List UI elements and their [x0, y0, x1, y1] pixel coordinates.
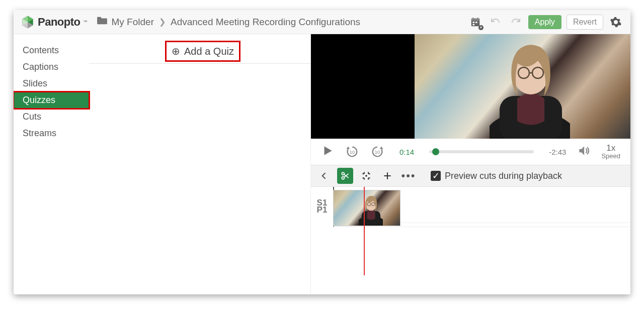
- undo-button[interactable]: [488, 15, 503, 30]
- skip-back-button[interactable]: 10: [345, 145, 359, 159]
- svg-text:10: 10: [350, 150, 355, 155]
- player-controls: 10 10 0:14 -2:43 1x Speed: [311, 139, 630, 165]
- divider: [89, 63, 310, 64]
- timeline-track-s1[interactable]: S1: [311, 220, 630, 260]
- breadcrumb: My Folder ❯ Advanced Meeting Recording C…: [97, 16, 361, 28]
- svg-text:10: 10: [375, 150, 380, 155]
- crop-tool-button[interactable]: [358, 168, 374, 184]
- sidebar-item-cuts[interactable]: Cuts: [14, 109, 89, 125]
- svg-rect-5: [475, 22, 477, 23]
- svg-rect-1: [471, 18, 480, 21]
- apply-button[interactable]: Apply: [528, 15, 561, 29]
- svg-rect-4: [472, 22, 474, 23]
- video-frame-image: [415, 34, 630, 139]
- skip-forward-icon: 10: [370, 145, 384, 159]
- plus-circle-icon: ⊕: [172, 45, 180, 57]
- add-to-schedule-button[interactable]: +: [468, 15, 483, 30]
- top-actions: + Apply Revert: [468, 15, 623, 30]
- sidebar-item-slides[interactable]: Slides: [14, 75, 89, 92]
- sidebar-item-captions[interactable]: Captions: [14, 59, 89, 75]
- add-tool-button[interactable]: [379, 168, 395, 184]
- editor-body: Contents Captions Slides Quizzes Cuts St…: [14, 34, 630, 294]
- checkbox-checked-icon: ✓: [431, 171, 441, 181]
- sidebar-item-quizzes[interactable]: Quizzes: [14, 92, 89, 109]
- revert-button[interactable]: Revert: [567, 15, 603, 30]
- play-button[interactable]: [321, 144, 334, 159]
- add-quiz-label: Add a Quiz: [184, 46, 234, 57]
- svg-rect-3: [477, 17, 478, 19]
- add-quiz-button[interactable]: ⊕ Add a Quiz: [167, 42, 239, 60]
- panopto-logo-icon: [21, 15, 35, 29]
- svg-point-17: [365, 175, 367, 177]
- trademark: ™: [84, 20, 88, 24]
- more-tools-button[interactable]: •••: [400, 168, 417, 184]
- brand-logo[interactable]: Panopto™: [21, 15, 88, 29]
- video-editor-panel: 10 10 0:14 -2:43 1x Speed: [310, 34, 630, 294]
- seek-bar[interactable]: [429, 150, 534, 153]
- video-preview[interactable]: [311, 34, 630, 139]
- sidebar: Contents Captions Slides Quizzes Cuts St…: [14, 34, 89, 294]
- cut-tool-button[interactable]: [337, 168, 353, 184]
- skip-forward-button[interactable]: 10: [370, 145, 384, 159]
- clip-thumbnail-image: [359, 191, 383, 226]
- track-body-s1[interactable]: [333, 187, 630, 227]
- play-icon: [321, 144, 334, 157]
- track-label-s1: S1: [311, 198, 333, 208]
- svg-rect-2: [472, 17, 473, 19]
- plus-badge-icon: +: [478, 25, 484, 30]
- plus-icon: [382, 171, 392, 181]
- sidebar-item-streams[interactable]: Streams: [14, 125, 89, 142]
- gear-icon: [610, 16, 622, 28]
- speaker-icon: [577, 144, 590, 157]
- preview-cuts-checkbox[interactable]: ✓ Preview cuts during playback: [431, 171, 562, 181]
- crop-icon: [361, 171, 371, 181]
- content-pane: ⊕ Add a Quiz: [89, 34, 310, 294]
- timeline[interactable]: P1 S1: [311, 187, 630, 294]
- speed-value: 1x: [601, 144, 620, 153]
- timeline-toolbar: ••• ✓ Preview cuts during playback: [311, 165, 630, 187]
- redo-button[interactable]: [508, 15, 523, 30]
- current-time: 0:14: [399, 148, 414, 156]
- skip-back-icon: 10: [345, 145, 359, 159]
- folder-icon: [97, 16, 108, 28]
- remaining-time: -2:43: [549, 148, 566, 156]
- brand-name: Panopto: [38, 16, 80, 29]
- settings-button[interactable]: [608, 15, 623, 30]
- chevron-right-icon: ❯: [159, 17, 166, 27]
- volume-button[interactable]: [577, 144, 590, 159]
- scissors-icon: [340, 171, 350, 181]
- sidebar-item-contents[interactable]: Contents: [14, 42, 89, 59]
- breadcrumb-folder[interactable]: My Folder: [112, 17, 154, 28]
- preview-cuts-label: Preview cuts during playback: [445, 171, 562, 181]
- playhead[interactable]: [364, 187, 365, 275]
- chevron-left-icon: [319, 171, 329, 181]
- collapse-button[interactable]: [316, 168, 332, 184]
- app-window: Panopto™ My Folder ❯ Advanced Meeting Re…: [14, 10, 630, 294]
- top-bar: Panopto™ My Folder ❯ Advanced Meeting Re…: [14, 10, 630, 34]
- presenter-avatar: [490, 36, 570, 139]
- playback-speed[interactable]: 1x Speed: [601, 144, 620, 160]
- speed-label: Speed: [601, 153, 620, 160]
- svg-rect-6: [472, 24, 474, 25]
- seek-knob[interactable]: [432, 148, 439, 155]
- clip-thumbnail[interactable]: [333, 190, 400, 226]
- breadcrumb-title[interactable]: Advanced Meeting Recording Configuration…: [171, 17, 360, 28]
